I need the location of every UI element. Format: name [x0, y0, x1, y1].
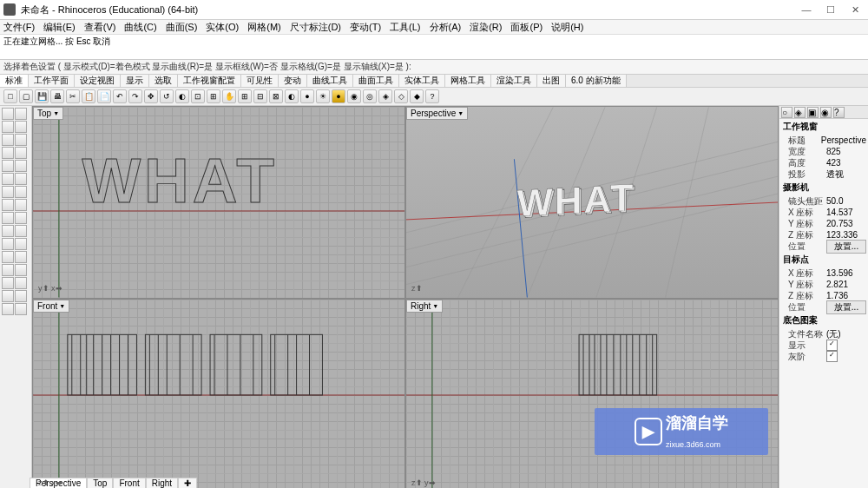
tool-trim[interactable] — [2, 238, 14, 250]
tool-grid1[interactable]: ⊞ — [238, 89, 252, 103]
checkbox-show[interactable]: ✓ — [826, 340, 838, 351]
layers-icon[interactable]: ◈ — [794, 107, 806, 118]
menu-surface[interactable]: 曲面(S) — [166, 21, 198, 34]
tool-array[interactable] — [2, 290, 14, 302]
tool-save[interactable]: 💾 — [35, 89, 49, 103]
tool-arc[interactable] — [15, 134, 27, 146]
tab-drafting[interactable]: 出图 — [537, 75, 566, 87]
tool-box[interactable] — [15, 173, 27, 185]
viewport-top[interactable]: Top▼ WHAT y⬆ x➡ — [33, 107, 404, 298]
menu-curve[interactable]: 曲线(C) — [124, 21, 156, 34]
viewport-right[interactable]: Right▼ z⬆ y➡ — [406, 300, 778, 488]
menu-render[interactable]: 渲染(R) — [470, 21, 502, 34]
tool-sphere[interactable]: ● — [332, 89, 345, 103]
tab-meshtools[interactable]: 网格工具 — [445, 75, 491, 87]
tool-interp[interactable] — [15, 160, 27, 172]
tool-undo[interactable]: ↶ — [113, 89, 127, 103]
tool-line[interactable] — [2, 121, 14, 133]
vptab-right[interactable]: Right — [146, 478, 178, 488]
help-icon[interactable]: ? — [833, 107, 845, 118]
tool-cut[interactable]: ✂ — [66, 89, 80, 103]
tool-shade[interactable]: ◐ — [175, 89, 189, 103]
tool-polyline[interactable] — [15, 121, 27, 133]
menu-dim[interactable]: 尺寸标注(D) — [290, 21, 341, 34]
menu-mesh[interactable]: 网格(M) — [247, 21, 281, 34]
minimize-button[interactable]: — — [800, 4, 812, 16]
tool-split[interactable] — [15, 238, 27, 250]
tool-cyl[interactable] — [15, 186, 27, 198]
tool-fillet[interactable] — [2, 264, 14, 276]
tab-curvetools[interactable]: 曲线工具 — [307, 75, 353, 87]
tool-cone[interactable] — [2, 199, 14, 211]
tool-explode[interactable] — [15, 251, 27, 263]
maximize-button[interactable]: ☐ — [825, 4, 837, 16]
tool-loft[interactable] — [2, 225, 14, 237]
tab-newin6[interactable]: 6.0 的新功能 — [566, 75, 627, 87]
tool-open[interactable]: ▢ — [19, 89, 33, 103]
tool-grid3[interactable]: ⊠ — [269, 89, 283, 103]
tool-new[interactable]: □ — [3, 89, 17, 103]
vptab-add[interactable]: ✚ — [178, 478, 197, 488]
viewport-front-label[interactable]: Front▼ — [33, 300, 69, 313]
tool-circle[interactable] — [2, 134, 14, 146]
tool-revolve[interactable] — [15, 212, 27, 224]
tab-solidtools[interactable]: 实体工具 — [399, 75, 445, 87]
tool-sun[interactable]: ☀ — [316, 89, 330, 103]
tool-mat[interactable]: ◎ — [363, 89, 377, 103]
tab-display[interactable]: 显示 — [121, 75, 149, 87]
tool-layers[interactable]: ◇ — [394, 89, 408, 103]
render-icon[interactable]: ◉ — [820, 107, 832, 118]
tool-paste[interactable]: 📄 — [97, 89, 111, 103]
display-icon[interactable]: ▣ — [807, 107, 819, 118]
viewport-perspective[interactable]: Perspective▼ WHAT WHAT z⬆ — [406, 107, 778, 298]
menu-edit[interactable]: 编辑(E) — [43, 21, 76, 34]
tool-polygon[interactable] — [15, 147, 27, 159]
tool-render[interactable]: ● — [300, 89, 314, 103]
tool-print[interactable]: 🖶 — [50, 89, 64, 103]
tab-surftools[interactable]: 曲面工具 — [353, 75, 399, 87]
tool-group[interactable] — [2, 303, 14, 315]
tool-scale[interactable] — [15, 290, 27, 302]
tab-cplane[interactable]: 工作平面 — [29, 75, 75, 87]
menu-analyze[interactable]: 分析(A) — [430, 21, 462, 34]
tool-rect[interactable] — [2, 147, 14, 159]
command-options[interactable]: 选择着色设置 ( 显示模式(D)=着色模式 显示曲线(R)=是 显示框线(W)=… — [0, 60, 868, 75]
tool-grid2[interactable]: ⊟ — [253, 89, 267, 103]
menu-solid[interactable]: 实体(O) — [206, 21, 239, 34]
tab-select[interactable]: 选取 — [149, 75, 178, 87]
viewport-front[interactable]: Front▼ z⬆ x➡ — [33, 300, 404, 488]
tool-srf[interactable] — [2, 173, 14, 185]
tool-chamfer[interactable] — [15, 264, 27, 276]
tool-env[interactable]: ◈ — [378, 89, 392, 103]
menu-tools[interactable]: 工具(L) — [390, 21, 420, 34]
tool-zoomwin[interactable]: ⊞ — [207, 89, 220, 103]
vptab-top[interactable]: Top — [87, 478, 113, 488]
tab-rendertools[interactable]: 渲染工具 — [491, 75, 537, 87]
menu-help[interactable]: 说明(H) — [551, 21, 583, 34]
tool-join[interactable] — [2, 251, 14, 263]
tool-rotate[interactable]: ↺ — [160, 89, 174, 103]
tool-lasso[interactable] — [15, 108, 27, 120]
menu-file[interactable]: 文件(F) — [3, 21, 35, 34]
close-button[interactable]: ✕ — [849, 4, 861, 16]
menu-panels[interactable]: 面板(P) — [510, 21, 542, 34]
vptab-front[interactable]: Front — [113, 478, 145, 488]
props-icon[interactable]: ○ — [781, 107, 792, 118]
tool-curve[interactable] — [2, 160, 14, 172]
tool-extrude[interactable] — [2, 212, 14, 224]
tool-sphere2[interactable] — [2, 186, 14, 198]
menu-view[interactable]: 查看(V) — [84, 21, 116, 34]
tool-zoomext[interactable]: ⊡ — [191, 89, 205, 103]
viewport-top-label[interactable]: Top▼ — [33, 107, 63, 120]
tool-wire[interactable]: ◐ — [285, 89, 299, 103]
tab-transform[interactable]: 变动 — [279, 75, 307, 87]
tool-copy[interactable]: 📋 — [82, 89, 95, 103]
tool-pointer[interactable] — [2, 108, 14, 120]
tool-torus[interactable] — [15, 199, 27, 211]
tool-help[interactable]: ? — [425, 89, 439, 103]
tab-layout[interactable]: 工作视窗配置 — [178, 75, 241, 87]
tool-props[interactable]: ◆ — [410, 89, 424, 103]
tool-offset[interactable] — [2, 277, 14, 289]
checkbox-gray[interactable]: ✓ — [826, 351, 838, 362]
tool-pan[interactable]: ✋ — [222, 89, 236, 103]
